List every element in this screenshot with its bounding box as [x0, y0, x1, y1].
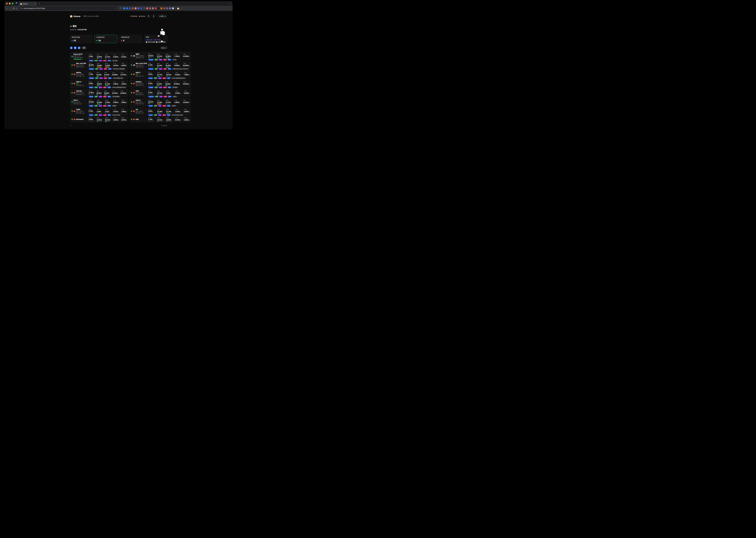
server-card[interactable]: ★ DS923+ 价格: 4950/台 剩余天数: 永久 CPU5.04% 内存…	[129, 80, 191, 88]
theme-toggle-button[interactable]	[152, 14, 156, 18]
server-flag-icon: ★	[133, 111, 135, 112]
server-card[interactable]: Aliyun.ECS 价格: ¥99/年 剩余天数: 306 天 CPU1.33…	[70, 52, 128, 60]
minimize-window-button[interactable]	[9, 3, 11, 4]
filter-all-button[interactable]: All	[81, 46, 86, 49]
footer-home-link[interactable]: 主页	[70, 125, 73, 127]
view-columns-button[interactable]	[78, 46, 81, 49]
home-link[interactable]: Home	[139, 15, 145, 17]
site-info-icon[interactable]	[21, 7, 22, 10]
back-button[interactable]: ←	[6, 7, 8, 9]
browser-tab[interactable]: iHome ×	[19, 2, 37, 6]
server-card[interactable]: * R5S 价格: 499/台 剩余天数: 永久 CPU9.79% 内存22.7…	[129, 89, 191, 97]
extension-icon[interactable]	[140, 7, 142, 9]
pin-extension-icon[interactable]	[16, 2, 17, 5]
extension-icon[interactable]	[135, 7, 136, 9]
mem-value: 8.49%	[97, 111, 102, 113]
forward-button[interactable]: →	[10, 7, 12, 9]
server-card[interactable]: * R2S.U 价格: 299/台 剩余天数: 永久 CPU32.92% 内存7…	[129, 98, 191, 106]
mem-column: 内存42.30%	[96, 72, 102, 77]
server-tag: IPv4	[99, 86, 102, 88]
server-days: 剩余天数: 永久	[76, 75, 85, 77]
server-card[interactable]: * Mac mini M2 价格: 5749/台 剩余天数: 永久 CPU25.…	[70, 61, 128, 70]
server-card[interactable]: ★ HA 价格: 299/台 剩余天数: 永久 CPU5.89% 内存44.18…	[129, 107, 191, 116]
site-title[interactable]: iHome	[74, 15, 81, 18]
send-to-device-icon[interactable]	[120, 7, 121, 10]
extension-icon[interactable]	[126, 7, 128, 9]
address-bar[interactable]: nezha.dong4j.ink:1024/?f=blog ☆	[19, 7, 118, 10]
server-card[interactable]: ★ DS218+ 价格: 2780/台 剩余天数: 永久 CPU17.00% 内…	[70, 89, 128, 97]
online-users-badge[interactable]: 1 在线	[157, 14, 167, 18]
overview-stat-card[interactable]: 离线服务器 9	[119, 35, 142, 43]
server-card[interactable]: ★ WAF.U 免费 剩余天数: 永久 CPU3.00% 内存48.85% 存储…	[70, 80, 128, 88]
extension-icon[interactable]	[169, 7, 171, 9]
server-card[interactable]: ★ Netmaker CPU0.34% 内存22.61% 存储40.41% 上传…	[70, 117, 128, 122]
server-card[interactable]: ★ Dify CPU1.79% 内存15.41% 存储18.90% 上传0.27…	[129, 117, 191, 122]
extension-icon[interactable]	[161, 7, 162, 9]
server-price: 价格: 4280/台	[76, 74, 85, 75]
mem-bar	[157, 67, 162, 68]
footer-devices-link[interactable]: 我的装备	[161, 125, 167, 127]
server-card[interactable]: ★ WAF.T 免费 剩余天数: 永久 CPU4.04% 内存51.71% 存储…	[129, 71, 191, 79]
server-card[interactable]: ★ M920x 价格: 4280/台 剩余天数: 永久 CPU7.70% 内存4…	[70, 71, 128, 79]
profile-avatar[interactable]	[177, 7, 179, 10]
server-tag: 电信	[107, 96, 111, 97]
view-map-button[interactable]	[70, 46, 73, 49]
extension-icon[interactable]	[123, 7, 125, 9]
extension-icon[interactable]	[172, 7, 174, 9]
collision-emoji-icon	[130, 16, 132, 17]
view-chart-button[interactable]	[74, 46, 77, 49]
extension-icon[interactable]	[149, 7, 151, 9]
extension-icon[interactable]	[163, 7, 165, 9]
overview-stat-card[interactable]: 在线服务器 16	[94, 35, 117, 43]
bookmark-star-icon[interactable]: ☆	[115, 7, 117, 9]
server-name: Netmaker	[76, 118, 84, 120]
server-days: 剩余天数: 永久	[76, 94, 85, 95]
extension-icon[interactable]	[143, 7, 145, 9]
server-tags: 10Gbps不限IPv4IPv6电信影音服务	[148, 86, 189, 88]
browser-menu-icon[interactable]: ⋮	[181, 7, 183, 9]
download-value: 2.07K/s	[121, 119, 127, 121]
extension-icon[interactable]	[166, 7, 168, 9]
home-button[interactable]: ⌂	[16, 7, 17, 9]
extension-icon[interactable]	[152, 7, 154, 9]
extension-icon[interactable]	[158, 7, 160, 9]
sort-button[interactable]: Sort↑↓	[160, 47, 167, 49]
server-tag: IPv4	[99, 68, 103, 70]
dashboard-page: iHome | 我的 HomeLab 设备 GitHub Home	[5, 11, 233, 129]
download-column: 下载3.50K/s	[121, 99, 127, 103]
server-tags: 1Gbps不限IPv4IPv6联通旁路由	[148, 105, 189, 107]
zoom-window-button[interactable]	[12, 3, 14, 4]
server-tag: IPv6	[163, 86, 167, 88]
github-link[interactable]: GitHub	[130, 15, 137, 17]
mem-column: 内存51.71%	[157, 72, 163, 77]
new-tab-button[interactable]: +	[38, 2, 40, 5]
extension-icon[interactable]	[146, 7, 148, 9]
server-price: 价格: 36999/台	[135, 55, 144, 57]
mem-bar	[97, 85, 102, 86]
close-window-button[interactable]	[6, 3, 8, 4]
server-tags: 2.5Gbps不限IPv4IPv6电信旁路由	[148, 96, 189, 97]
tab-search-chevron-icon[interactable]: ∨	[230, 3, 231, 4]
mem-column: 内存22.61%	[97, 117, 102, 122]
server-card[interactable]: R2S.T 价格: 299/台 剩余天数: 永久 CPU10.55% 内存65.…	[70, 98, 128, 106]
server-card[interactable]: MBP 价格: 36999/台 剩余天数: 永久 CPU30.93% 内存52.…	[129, 52, 191, 60]
extension-icon[interactable]	[137, 7, 139, 9]
language-toggle-button[interactable]	[147, 14, 151, 18]
overview-stat-card[interactable]: 服务器总数 25	[70, 35, 93, 43]
network-stat-card[interactable]: 网络 ↑603.3 GiB ↓820.07 GiB ↑105.14 KiB/s …	[144, 35, 167, 43]
disk-bar	[105, 113, 110, 114]
extension-icon[interactable]	[129, 7, 131, 9]
site-avatar[interactable]	[70, 15, 73, 18]
extension-icon[interactable]	[132, 7, 134, 9]
server-card[interactable]: ★ H28K 价格: 329/台 剩余天数: 永久 CPU0.75% 内存8.4…	[70, 107, 128, 116]
server-days: 剩余天数: 永久	[135, 112, 144, 114]
extension-icon[interactable]	[155, 7, 157, 9]
disk-value: 75.39%	[105, 65, 110, 66]
tab-close-icon[interactable]: ×	[35, 3, 35, 5]
server-card[interactable]: Mac mini 2018 价格: 6230/台 剩余天数: 永久 CPU5.7…	[129, 61, 191, 70]
mem-value: 44.18%	[157, 111, 163, 113]
reload-button[interactable]: ↻	[13, 7, 15, 9]
download-column: 下载0.45K/s	[184, 117, 189, 121]
url-text[interactable]: nezha.dong4j.ink:1024/?f=blog	[23, 7, 114, 9]
cpu-column: CPU0.34%	[89, 117, 94, 122]
